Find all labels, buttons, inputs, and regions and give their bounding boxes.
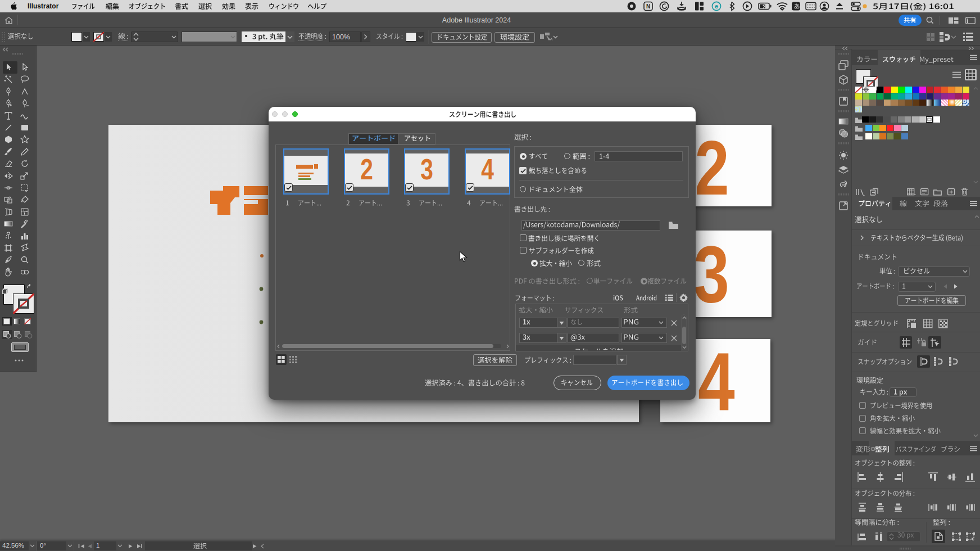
svg-text:e: e — [715, 3, 718, 10]
svg-text:N: N — [646, 3, 650, 10]
